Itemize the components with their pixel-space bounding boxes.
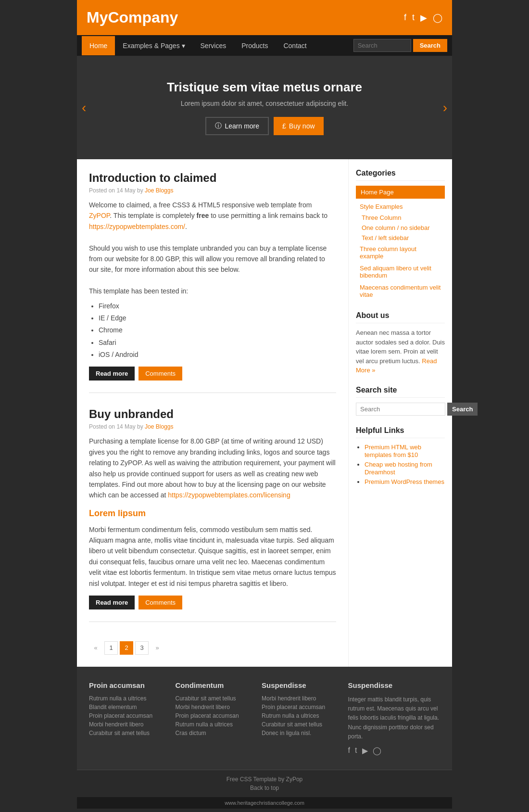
category-home-page[interactable]: Home Page <box>356 186 445 199</box>
facebook-icon[interactable]: f <box>404 13 406 23</box>
footer-link[interactable]: Proin placerat accumsan <box>89 712 166 719</box>
nav-item-products[interactable]: Products <box>234 36 276 55</box>
footer-widget-2: Condimentum Curabitur sit amet tellus Mo… <box>176 681 252 755</box>
slider-next-arrow[interactable]: › <box>443 100 447 115</box>
nav-item-examples[interactable]: Examples & Pages ▾ <box>115 36 192 55</box>
categories-section: Categories Home Page Style Examples Thre… <box>356 169 445 301</box>
pagination-next[interactable]: » <box>151 641 164 655</box>
category-text-left[interactable]: Text / left sidebar <box>362 233 445 243</box>
site-nav: Home Examples & Pages ▾ Services Product… <box>77 35 452 56</box>
back-to-top-link[interactable]: Back to top <box>83 785 446 791</box>
hero-title: Tristique sem vitae metus ornare <box>106 80 423 95</box>
footer-youtube-icon[interactable]: ▶ <box>362 746 368 755</box>
post-2-subtitle: Lorem lipsum <box>89 507 336 520</box>
footer-link[interactable]: Proin placerat accumsan <box>176 712 252 719</box>
footer-link[interactable]: Curabitur sit amet tellus <box>89 730 166 736</box>
footer-link[interactable]: Proin placerat accumsan <box>262 704 339 710</box>
post-1-body: Welcome to claimed, a free CSS3 & HTML5 … <box>89 200 336 360</box>
learn-more-button[interactable]: ⓘ Learn more <box>205 117 269 135</box>
post-1-read-more[interactable]: Read more <box>89 367 135 381</box>
post-1-actions: Read more Comments <box>89 367 336 381</box>
post-1-comments[interactable]: Comments <box>139 367 182 381</box>
footer-link[interactable]: Rutrum nulla a ultrices <box>262 712 339 719</box>
site-header: MyCompany f t ▶ ◯ <box>77 0 452 35</box>
post-2-meta: Posted on 14 May by Joe Bloggs <box>89 423 336 430</box>
post-1-author[interactable]: Joe Bloggs <box>145 187 173 194</box>
category-sed-aliquam[interactable]: Sed aliquam libero ut velit bibendum <box>356 262 445 281</box>
helpful-link-3[interactable]: Premium WordPress themes <box>365 478 444 485</box>
category-one-column[interactable]: One column / no sidebar <box>362 223 445 233</box>
search-section: Search site Search <box>356 386 445 416</box>
footer-instagram-icon[interactable]: ◯ <box>373 746 381 755</box>
nav-search-button[interactable]: Search <box>413 39 447 52</box>
post-2-actions: Read more Comments <box>89 596 336 609</box>
zypop-link-1[interactable]: ZyPOP <box>89 212 110 219</box>
licensing-link[interactable]: https://zypopwebtemplates.com/licensing <box>168 491 290 499</box>
info-icon: ⓘ <box>215 122 222 130</box>
read-more-link[interactable]: Read More » <box>356 357 437 374</box>
about-section: About us Aenean nec massa a tortor aucto… <box>356 311 445 375</box>
footer-bottom: Free CSS Template by ZyPop Back to top <box>77 770 452 797</box>
list-item: IE / Edge <box>99 313 336 323</box>
nav-item-services[interactable]: Services <box>193 36 234 55</box>
footer-credit: Free CSS Template by ZyPop <box>227 776 303 783</box>
post-2-author[interactable]: Joe Bloggs <box>145 423 173 430</box>
footer-link[interactable]: Morbi hendrerit libero <box>262 695 339 702</box>
post-2-title: Buy unbranded <box>89 407 336 421</box>
footer-widget-1-title: Proin accumsan <box>89 681 166 689</box>
footer-social-icons: f t ▶ ◯ <box>348 746 440 755</box>
footer-link[interactable]: Rutrum nulla a ultrices <box>176 721 252 728</box>
category-maecenas[interactable]: Maecenas condimentum velit vitae <box>356 281 445 301</box>
about-title: About us <box>356 311 445 323</box>
post-1-meta: Posted on 14 May by Joe Bloggs <box>89 187 336 194</box>
twitter-icon[interactable]: t <box>412 13 415 23</box>
pagination-page-2[interactable]: 2 <box>120 641 133 655</box>
list-item: Firefox <box>99 301 336 311</box>
category-three-col-example[interactable]: Three column layout example <box>356 243 445 262</box>
footer-link[interactable]: Rutrum nulla a ultrices <box>89 695 166 702</box>
footer-twitter-icon[interactable]: t <box>355 746 357 755</box>
buy-now-button[interactable]: £ Buy now <box>274 117 324 135</box>
footer-link[interactable]: Morbi hendrerit libero <box>176 704 252 710</box>
footer-link[interactable]: Blandit elementum <box>89 704 166 710</box>
footer-widget-4-text: Integer mattis blandit turpis, quis rutr… <box>348 695 440 741</box>
search-box: Search <box>356 403 445 416</box>
blog-post-1: Introduction to claimed Posted on 14 May… <box>89 171 336 393</box>
hero-section: ‹ Tristique sem vitae metus ornare Lorem… <box>77 56 452 159</box>
pagination-prev[interactable]: « <box>89 641 102 655</box>
pagination-page-3[interactable]: 3 <box>135 641 149 655</box>
zypop-url-link[interactable]: https://zypopwebtemplates.com/ <box>89 223 185 230</box>
category-three-column[interactable]: Three Column <box>362 213 445 223</box>
footer-widget-4: Suspendisse Integer mattis blandit turpi… <box>348 681 440 755</box>
about-text: Aenean nec massa a tortor auctor sodales… <box>356 328 445 375</box>
hero-subtitle: Lorem ipsum dolor sit amet, consectetuer… <box>106 100 423 107</box>
sidebar-search-input[interactable] <box>356 403 445 416</box>
footer-link[interactable]: Donec in ligula nisl. <box>262 730 339 736</box>
footer-link[interactable]: Curabitur sit amet tellus <box>262 721 339 728</box>
instagram-icon[interactable]: ◯ <box>433 13 442 23</box>
sidebar-search-button[interactable]: Search <box>447 403 478 416</box>
nav-search-input[interactable] <box>353 39 411 52</box>
helpful-link-1[interactable]: Premium HTML web templates from $10 <box>365 444 421 458</box>
hero-buttons: ⓘ Learn more £ Buy now <box>106 117 423 135</box>
search-title: Search site <box>356 386 445 398</box>
youtube-icon[interactable]: ▶ <box>420 13 427 23</box>
footer-link[interactable]: Cras dictum <box>176 730 252 736</box>
site-logo: MyCompany <box>87 9 178 26</box>
footer-facebook-icon[interactable]: f <box>348 746 350 755</box>
footer-link[interactable]: Morbi hendrerit libero <box>89 721 166 728</box>
pagination-page-1[interactable]: 1 <box>104 641 118 655</box>
footer-widget-1: Proin accumsan Rutrum nulla a ultrices B… <box>89 681 166 755</box>
footer-link[interactable]: Curabitur sit amet tellus <box>176 695 252 702</box>
post-2-read-more[interactable]: Read more <box>89 596 135 609</box>
category-style-examples[interactable]: Style Examples <box>356 201 445 213</box>
nav-item-home[interactable]: Home <box>82 36 115 55</box>
pound-icon: £ <box>282 122 286 130</box>
sidebar: Categories Home Page Style Examples Thre… <box>349 159 452 667</box>
slider-prev-arrow[interactable]: ‹ <box>82 100 86 115</box>
helpful-link-2[interactable]: Cheap web hosting from Dreamhost <box>365 461 432 476</box>
nav-search: Search <box>353 35 447 56</box>
post-2-comments[interactable]: Comments <box>139 596 182 609</box>
nav-item-contact[interactable]: Contact <box>276 36 314 55</box>
list-item: Safari <box>99 337 336 348</box>
